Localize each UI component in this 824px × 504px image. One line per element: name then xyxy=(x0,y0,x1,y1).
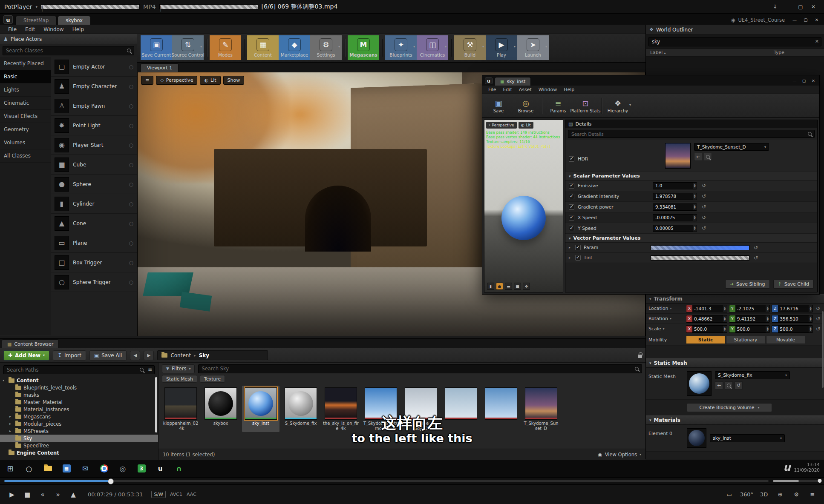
sources-list-icon[interactable]: ≡ xyxy=(148,367,152,372)
reset-icon[interactable]: ↺ xyxy=(752,245,759,251)
window-button[interactable]: ▢ xyxy=(800,16,811,23)
perspective-button[interactable]: ▾ Perspective xyxy=(486,122,517,129)
control-icon[interactable]: ⚙ xyxy=(789,489,804,501)
menu-item[interactable]: Asset xyxy=(516,86,535,93)
reset-icon[interactable]: ↺ xyxy=(815,326,821,332)
taskbar-icon[interactable] xyxy=(38,460,57,477)
toolbar-button[interactable]: ⚒ Build ▾ xyxy=(454,35,486,60)
drag-handle-icon[interactable]: ○ xyxy=(129,103,133,109)
breadcrumb-root[interactable]: Content xyxy=(170,352,191,358)
override-checkbox[interactable] xyxy=(569,194,574,199)
filter-chip[interactable]: Static Mesh xyxy=(162,375,197,383)
spinner-arrows[interactable] xyxy=(723,305,727,312)
placeable-actor[interactable]: ✸ Point Light ○ xyxy=(51,116,137,135)
x-value-field[interactable]: X500.0 xyxy=(686,325,727,333)
vector-parameters-header[interactable]: ▾ Vector Parameter Values xyxy=(565,234,817,243)
parameter-value-input[interactable]: 1.0 xyxy=(653,182,697,189)
window-button[interactable]: ▢ xyxy=(799,77,809,84)
placeable-actor[interactable]: ■ Cube ○ xyxy=(51,155,137,175)
outliner-search-input[interactable] xyxy=(648,37,821,46)
override-checkbox[interactable] xyxy=(575,255,581,261)
y-value-field[interactable]: Y-2.1025 xyxy=(729,305,770,312)
transform-label[interactable]: Scale▾ xyxy=(648,326,684,332)
filter-chip[interactable]: Texture xyxy=(200,375,225,383)
toolbar-button[interactable]: ▣ Save Current xyxy=(141,35,172,60)
control-icon[interactable]: ≡ xyxy=(805,489,820,501)
menu-item[interactable]: Edit xyxy=(499,86,515,93)
chevron-down-icon[interactable]: ▾ xyxy=(482,45,484,49)
chevron-down-icon[interactable]: ▾ xyxy=(545,45,547,49)
toolbar-button[interactable]: ▣ Save xyxy=(485,95,512,117)
drag-handle-icon[interactable]: ○ xyxy=(129,83,133,89)
spinner-arrows[interactable] xyxy=(809,305,812,312)
transport-button[interactable]: ▲ xyxy=(66,488,81,501)
spinner-arrows[interactable] xyxy=(723,326,727,332)
placeable-actor[interactable]: ● Sphere ○ xyxy=(51,175,137,194)
viewport-options-button[interactable]: ≡ xyxy=(141,76,153,85)
control-icon[interactable]: ▭ xyxy=(722,489,737,501)
menu-item[interactable]: File xyxy=(485,86,499,93)
z-value-field[interactable]: Z356.510 xyxy=(772,315,813,323)
drag-handle-icon[interactable]: ○ xyxy=(129,240,133,246)
search-assets-input[interactable] xyxy=(198,364,642,373)
toolbar-button[interactable]: ✎ Modes xyxy=(210,35,241,60)
use-selected-button[interactable]: ← xyxy=(694,153,702,161)
static-mesh-section-header[interactable]: ▾ Static Mesh xyxy=(646,358,824,368)
color-swatch[interactable] xyxy=(651,245,749,250)
chevron-down-icon[interactable]: ▾ xyxy=(200,45,202,49)
expander-icon[interactable]: ▸ xyxy=(569,246,572,249)
show-button[interactable]: Show xyxy=(223,76,245,85)
toolbar-button[interactable]: ⇅ Source Control ▾ xyxy=(172,35,204,60)
placeable-actor[interactable]: □ Box Trigger ○ xyxy=(51,253,137,272)
preview-shape-button[interactable]: ▮ xyxy=(487,283,494,290)
transform-label[interactable]: Location▾ xyxy=(648,306,684,311)
column-type[interactable]: Type xyxy=(774,50,784,55)
toolbar-button[interactable]: ▶ Play ▾ xyxy=(486,35,517,60)
menu-item[interactable]: Edit xyxy=(21,26,39,33)
view-options-button[interactable]: ◉ View Options ▾ xyxy=(598,452,641,458)
drag-handle-icon[interactable]: ○ xyxy=(129,142,133,148)
material-asset-tab[interactable]: ▦ sky_inst xyxy=(495,77,531,86)
reset-button[interactable]: ↺ xyxy=(735,381,743,389)
toolbar-button[interactable]: ❖ Hierarchy ▾ xyxy=(604,95,631,117)
actor-category[interactable]: Geometry xyxy=(0,123,51,136)
tree-item[interactable]: ▾ Content xyxy=(0,377,158,384)
search-classes-input[interactable] xyxy=(3,46,134,55)
actor-category[interactable]: Recently Placed xyxy=(0,57,51,70)
actor-category[interactable]: Basic xyxy=(0,70,51,83)
drag-handle-icon[interactable]: ○ xyxy=(129,181,133,187)
static-mesh-thumbnail[interactable] xyxy=(687,371,712,396)
menu-item[interactable]: File xyxy=(4,26,20,33)
taskbar-icon[interactable]: ∩ xyxy=(170,460,188,477)
menu-item[interactable]: Window xyxy=(535,86,560,93)
chevron-down-icon[interactable]: ▾ xyxy=(514,45,516,49)
chevron-down-icon[interactable]: ▾ xyxy=(445,45,447,49)
drag-handle-icon[interactable]: ○ xyxy=(129,162,133,168)
menu-item[interactable]: Help xyxy=(69,26,88,33)
chevron-down-icon[interactable]: ▾ xyxy=(413,45,415,49)
perspective-button[interactable]: ◇ Perspective xyxy=(156,76,197,85)
window-button[interactable]: — xyxy=(790,77,799,84)
placeable-actor[interactable]: ♟ Empty Character ○ xyxy=(51,77,137,96)
back-button[interactable]: ◀ xyxy=(130,351,140,360)
level-tab[interactable]: StreetMap xyxy=(15,16,57,25)
toolbar-button[interactable]: M Megascans xyxy=(348,35,379,60)
taskbar-icon[interactable]: ✉ xyxy=(76,460,95,477)
browse-to-asset-button[interactable] xyxy=(704,153,712,161)
column-label[interactable]: Label ▴ xyxy=(646,50,774,55)
color-swatch[interactable] xyxy=(651,255,749,261)
z-value-field[interactable]: Z17.6716 xyxy=(772,305,813,312)
reset-icon[interactable]: ↺ xyxy=(752,255,759,261)
transport-button[interactable]: « xyxy=(35,488,50,501)
actor-category[interactable]: Cinematic xyxy=(0,97,51,110)
spinner-arrows[interactable] xyxy=(693,204,697,210)
z-value-field[interactable]: Z500.0 xyxy=(772,325,813,333)
preview-shape-button[interactable]: ▬ xyxy=(505,283,512,290)
reset-icon[interactable]: ↺ xyxy=(815,306,821,312)
material-instance-editor[interactable]: u ▦ sky_inst —▢✕ FileEditAssetWindowHelp… xyxy=(482,75,820,295)
control-icon[interactable]: 360° xyxy=(738,489,755,501)
volume-slider[interactable] xyxy=(773,480,820,482)
taskbar-icon[interactable] xyxy=(95,460,113,477)
window-button[interactable]: — xyxy=(781,2,794,11)
spinner-arrows[interactable] xyxy=(809,326,812,332)
